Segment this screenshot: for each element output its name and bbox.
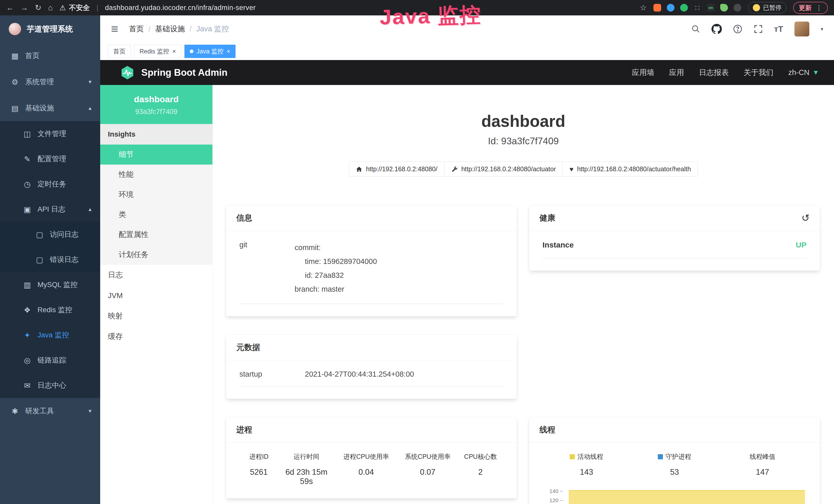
sba-nav-applications[interactable]: 应用 [669,68,684,78]
breadcrumb-infrastructure[interactable]: 基础设施 [155,24,185,34]
instance-id: 93a3fc7f7409 [103,108,210,116]
java-icon: ✦ [23,331,32,340]
devtools-icon: ✱ [10,407,20,416]
tab-java-monitor[interactable]: Java 监控 × [184,45,236,58]
infrastructure-icon: ▤ [10,104,20,113]
details-cards: 信息 git commit: time: 1596289704000 id: 2… [226,205,820,504]
extension-icon[interactable] [733,4,741,12]
service-url-link[interactable]: http://192.168.0.2:48080/ [349,161,444,177]
instance-links: http://192.168.0.2:48080/ http://192.168… [213,161,834,177]
sidebar-item-error-logs[interactable]: ▢ 错误日志 [0,247,100,272]
sidebar-item-java-monitor[interactable]: ✦ Java 监控 [0,322,100,348]
back-icon[interactable]: ← [6,4,14,12]
insight-item-config-props[interactable]: 配置属性 [100,225,213,245]
status-badge: UP [796,240,807,249]
sba-nav-about[interactable]: 关于我们 [744,68,773,78]
log-center-icon: ✉ [23,381,32,390]
health-url-link[interactable]: ♥ http://192.168.0.2:48080/actuator/heal… [563,161,698,177]
sidebar-item-redis-monitor[interactable]: ❖ Redis 监控 [0,297,100,322]
paused-badge[interactable]: 已暂停 [748,2,787,13]
tab-redis-monitor[interactable]: Redis 监控 × [134,45,181,58]
tab-home[interactable]: 首页 [108,45,131,58]
forward-icon[interactable]: → [21,4,28,12]
active-dot-icon [190,49,193,53]
page-title: dashboard [213,112,834,131]
sidebar-item-access-logs[interactable]: ▢ 访问日志 [0,222,100,247]
sidebar-item-system[interactable]: ⚙ 系统管理 ▾ [0,69,100,95]
extension-icon[interactable] [720,4,728,12]
process-col-pid: 进程ID 5261 [239,452,278,486]
sidebar-item-api-logs[interactable]: ▣ API 日志 ▴ [0,197,100,222]
extension-icon[interactable]: on [707,4,715,12]
language-selector[interactable]: zh-CN ▼ [788,68,819,77]
health-instance-row[interactable]: Instance UP [543,240,807,258]
metadata-row: startup 2021-04-27T00:44:31.254+08:00 [239,370,503,386]
instance-header[interactable]: dashboard 93a3fc7f7409 [100,85,213,124]
paused-label: 已暂停 [763,4,782,12]
fullscreen-icon[interactable] [753,24,763,33]
sidebar2-item-mappings[interactable]: 映射 [100,306,213,326]
live-threads-area [569,490,805,504]
insight-item-classes[interactable]: 类 [100,205,213,225]
update-button[interactable]: 更新 ⋮ [793,2,828,14]
help-icon[interactable] [733,24,742,33]
search-icon[interactable] [692,25,700,33]
process-col-cpu-cores: CPU核心数 2 [458,452,503,486]
sidebar-item-mysql-monitor[interactable]: ▥ MySQL 监控 [0,272,100,297]
sidebar-item-config-management[interactable]: ✎ 配置管理 [0,146,100,171]
legend-square-yellow [570,454,575,459]
actuator-url-link[interactable]: http://192.168.0.2:48080/actuator [444,161,563,177]
insight-item-details[interactable]: 细节 [100,144,213,165]
chevron-up-icon: ▴ [89,105,91,111]
sidebar2-item-jvm[interactable]: JVM [100,285,213,306]
breadcrumb: 首页 / 基础设施 / Java 监控 [129,24,229,34]
insight-item-metrics[interactable]: 性能 [100,165,213,185]
sba-brand[interactable]: Spring Boot Admin [120,66,227,80]
sba-nav-wallboard[interactable]: 应用墙 [632,68,654,78]
insights-section-label: Insights [100,124,213,144]
legend-square-blue [658,454,663,459]
error-log-icon: ▢ [35,255,44,264]
extensions-puzzle-icon[interactable]: ∷ [694,4,701,12]
extension-icon[interactable] [667,4,675,12]
sidebar-item-infrastructure[interactable]: ▤ 基础设施 ▴ [0,95,100,121]
close-icon[interactable]: × [226,48,230,54]
browser-home-icon[interactable]: ⌂ [48,4,53,12]
mysql-icon: ▥ [23,280,32,289]
sidebar-item-log-center[interactable]: ✉ 日志中心 [0,373,100,398]
sidebar-item-home[interactable]: ▦ 首页 [0,43,100,69]
github-icon[interactable] [711,24,722,34]
extension-icon[interactable] [680,4,688,12]
home-icon [356,166,363,173]
redis-icon: ❖ [23,305,32,315]
insight-item-scheduled-tasks[interactable]: 计划任务 [100,245,213,265]
threads-card-title: 线程 [540,425,555,435]
history-icon[interactable]: ↺ [802,213,810,223]
extension-icon[interactable] [654,4,661,12]
security-indicator[interactable]: ⚠ 不安全 [59,3,90,12]
sidebar2-item-caches[interactable]: 缓存 [100,326,213,347]
sidebar-fold-icon[interactable]: ≡ [111,23,118,35]
breadcrumb-home[interactable]: 首页 [129,24,144,34]
sidebar-item-devtools[interactable]: ✱ 研发工具 ▾ [0,398,100,424]
font-size-icon[interactable]: ᴛT [774,24,783,34]
sidebar2-item-logs[interactable]: 日志 [100,265,213,285]
address-url[interactable]: dashboard.yudao.iocoder.cn/infra/admin-s… [105,4,256,12]
insight-item-environment[interactable]: 环境 [100,185,213,205]
browser-menu-icon[interactable]: ⋮ [816,4,822,12]
legend-live-threads: 活动线程 143 [543,452,631,477]
sidebar-item-tracing[interactable]: ◎ 链路追踪 [0,348,100,373]
reload-icon[interactable]: ↻ [35,4,41,12]
process-col-uptime: 运行时间 6d 23h 15m 59s [278,452,334,486]
sidebar-item-scheduled-jobs[interactable]: ◷ 定时任务 [0,171,100,197]
bookmark-star-icon[interactable]: ☆ [640,4,647,12]
close-icon[interactable]: × [172,48,176,54]
avatar[interactable] [794,22,809,37]
git-info-row: git commit: time: 1596289704000 id: 27aa… [239,240,503,304]
sba-nav-journal[interactable]: 日志报表 [699,68,729,78]
app-logo[interactable]: 芋道管理系统 [0,16,100,43]
avatar-caret-icon[interactable]: ▾ [821,26,823,32]
sidebar-item-file-management[interactable]: ◫ 文件管理 [0,121,100,146]
sba-header: Spring Boot Admin 应用墙 应用 日志报表 关于我们 zh-CN… [100,60,834,85]
annotation-text: Java 监控 [379,1,482,31]
